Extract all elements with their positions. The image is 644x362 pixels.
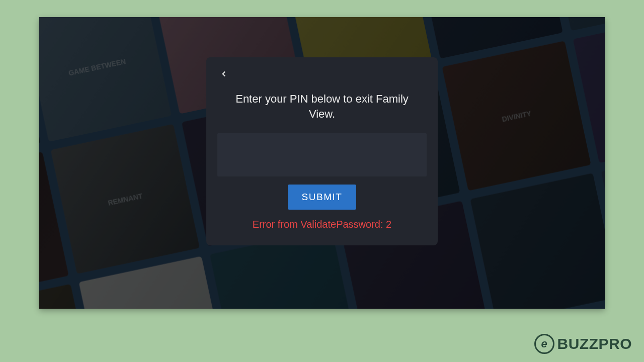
submit-button[interactable]: SUBMIT (288, 185, 357, 210)
family-view-pin-modal: Enter your PIN below to exit Family View… (206, 57, 438, 245)
error-message: Error from ValidatePassword: 2 (217, 219, 427, 230)
watermark-logo-icon: e (534, 334, 554, 354)
watermark: e BUZZPRO (534, 334, 632, 354)
modal-title: Enter your PIN below to exit Family View… (217, 92, 427, 121)
watermark-brand: BUZZPRO (557, 335, 632, 352)
app-window: GAME BETWEEN EURO TRUCK SIMULATOR 2 RAFT… (39, 17, 605, 309)
chevron-left-icon (219, 69, 228, 80)
pin-input[interactable] (217, 133, 427, 176)
back-button[interactable] (217, 67, 230, 82)
